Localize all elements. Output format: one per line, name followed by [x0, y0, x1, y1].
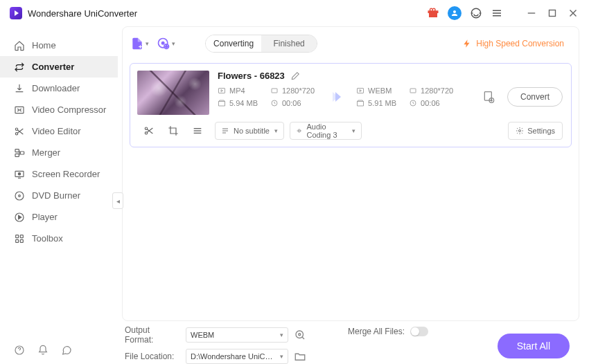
gift-icon[interactable] [427, 7, 439, 19]
sidebar-item-merger[interactable]: Merger [0, 142, 118, 163]
svg-rect-30 [272, 89, 277, 93]
svg-point-16 [15, 192, 24, 200]
svg-point-10 [15, 132, 17, 134]
svg-point-42 [519, 130, 521, 132]
svg-point-9 [15, 128, 17, 130]
audio-icon [296, 127, 302, 135]
add-file-button[interactable]: + ▾ [130, 35, 149, 53]
svg-rect-12 [15, 154, 19, 156]
sidebar-item-label: Merger [32, 147, 60, 158]
sidebar-item-editor[interactable]: Video Editor [0, 120, 118, 142]
svg-point-38 [146, 132, 148, 134]
svg-rect-33 [410, 89, 416, 93]
svg-point-37 [146, 127, 148, 129]
audio-select[interactable]: Audio Coding 3 ▾ [290, 122, 362, 140]
bottombar: Output Format: WEBM▾ File Location: D:\W… [122, 321, 579, 364]
user-avatar-icon[interactable] [448, 6, 461, 20]
svg-rect-19 [16, 235, 19, 237]
collapse-sidebar-button[interactable]: ◂ [112, 192, 123, 209]
bell-icon[interactable] [37, 345, 49, 356]
sidebar-item-home[interactable]: Home [0, 35, 118, 56]
sidebar-item-dvd[interactable]: DVD Burner [0, 185, 118, 206]
compress-icon [14, 104, 25, 116]
target-size: 5.91 MB [356, 99, 399, 107]
sidebar-item-label: DVD Burner [32, 190, 80, 201]
file-location-label: File Location: [125, 352, 180, 361]
svg-rect-22 [20, 239, 23, 242]
sidebar-item-toolbox[interactable]: Toolbox [0, 228, 118, 249]
lightning-icon [462, 39, 472, 48]
download-icon [14, 83, 25, 94]
converter-icon [14, 62, 25, 73]
sidebar-item-label: Screen Recorder [32, 169, 100, 179]
settings-button[interactable]: Settings [508, 122, 563, 140]
target-resolution: 1280*720 [409, 87, 453, 95]
source-format: MP4 [218, 87, 261, 95]
file-card: Flowers - 66823 MP4 1280*720 5.94 MB [130, 63, 572, 147]
minimize-button[interactable] [525, 7, 538, 19]
svg-rect-35 [484, 92, 491, 101]
convert-button[interactable]: Convert [507, 87, 563, 107]
svg-text:+: + [165, 44, 168, 50]
svg-point-15 [18, 172, 20, 174]
disc-icon [14, 190, 25, 201]
svg-point-26 [161, 42, 164, 44]
menu-icon[interactable] [491, 7, 503, 19]
high-speed-button[interactable]: High Speed Conversion [455, 35, 572, 52]
svg-rect-11 [15, 149, 19, 152]
file-location-select[interactable]: D:\Wondershare UniConverter 1▾ [186, 349, 288, 364]
more-icon[interactable] [192, 125, 203, 136]
scissors-icon [14, 126, 25, 137]
sidebar-item-label: Toolbox [32, 233, 63, 244]
app-logo-icon [10, 7, 22, 19]
format-settings-icon[interactable] [294, 329, 306, 341]
topbar: + ▾ + ▾ Converting Finished High Speed C… [123, 27, 579, 60]
close-button[interactable] [567, 7, 579, 19]
tab-finished[interactable]: Finished [261, 35, 317, 52]
help-icon[interactable] [14, 345, 25, 356]
output-format-select[interactable]: WEBM▾ [186, 327, 288, 343]
start-all-button[interactable]: Start All [498, 334, 570, 358]
arrow-right-icon [327, 89, 344, 105]
sidebar-item-compressor[interactable]: Video Compressor [0, 99, 118, 120]
grid-icon [14, 233, 25, 244]
chevron-down-icon: ▾ [146, 40, 149, 47]
sidebar-item-label: Video Compressor [32, 104, 106, 115]
subtitle-select[interactable]: No subtitle ▾ [215, 122, 284, 140]
sidebar-item-downloader[interactable]: Downloader [0, 78, 118, 99]
sidebar-item-recorder[interactable]: Screen Recorder [0, 163, 118, 185]
source-duration: 00:06 [270, 99, 313, 107]
sidebar: Home Converter Downloader Video Compress… [0, 26, 118, 364]
open-folder-icon[interactable] [294, 350, 306, 363]
sidebar-item-converter[interactable]: Converter [0, 56, 118, 78]
edit-title-icon[interactable] [290, 71, 300, 81]
feedback-icon[interactable] [61, 345, 72, 356]
merge-toggle[interactable] [410, 327, 428, 336]
svg-point-17 [19, 194, 21, 197]
support-icon[interactable] [470, 7, 482, 19]
sidebar-item-player[interactable]: Player [0, 206, 118, 228]
sidebar-item-label: Converter [32, 62, 74, 72]
trim-icon[interactable] [143, 125, 155, 136]
svg-rect-32 [358, 89, 364, 93]
output-format-label: Output Format: [125, 325, 180, 345]
crop-icon[interactable] [168, 125, 179, 136]
titlebar: Wondershare UniConverter [0, 0, 589, 26]
subtitle-icon [221, 127, 229, 135]
target-duration: 00:06 [409, 99, 452, 107]
home-icon [14, 40, 25, 51]
sidebar-item-label: Downloader [32, 83, 80, 93]
tab-converting[interactable]: Converting [206, 35, 261, 52]
video-thumbnail[interactable] [137, 71, 209, 115]
chevron-down-icon: ▾ [172, 40, 175, 47]
chevron-down-icon: ▾ [352, 127, 355, 134]
play-icon [14, 212, 25, 223]
svg-rect-20 [20, 235, 23, 237]
add-disc-button[interactable]: + ▾ [156, 35, 175, 53]
svg-rect-21 [16, 239, 19, 242]
sidebar-item-label: Home [32, 40, 56, 51]
tabs: Converting Finished [205, 35, 317, 53]
maximize-button[interactable] [546, 7, 559, 19]
output-settings-icon[interactable] [482, 90, 496, 104]
record-icon [14, 169, 25, 180]
